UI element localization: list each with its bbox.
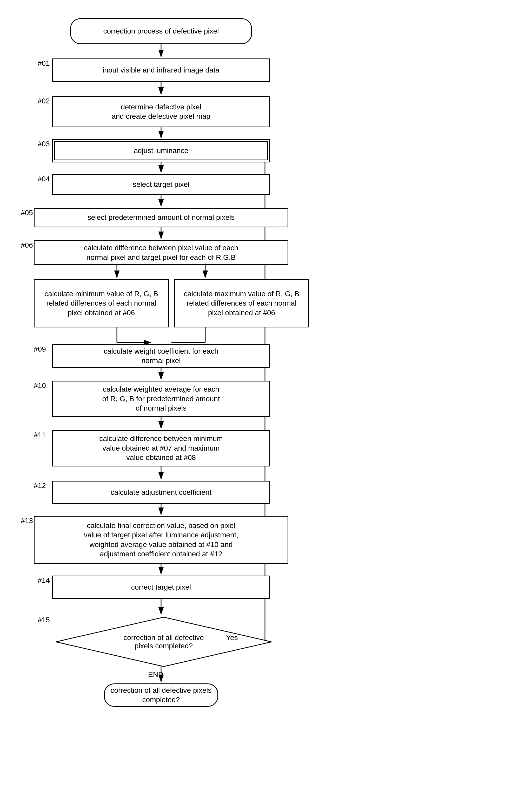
step-04-label: select target pixel: [133, 180, 189, 189]
step-02-node: determine defective pixel and create def…: [52, 96, 270, 127]
step-13-node: calculate final correction value, based …: [34, 516, 288, 564]
step-06-label: calculate difference between pixel value…: [84, 243, 238, 262]
step-09-label: calculate weight coefficient for each no…: [103, 347, 218, 366]
step-03-node: adjust luminance: [52, 139, 270, 163]
step-label-12: #12: [34, 482, 46, 490]
step-label-11: #11: [34, 431, 46, 439]
step-label-09: #09: [34, 345, 46, 353]
step-06-node: calculate difference between pixel value…: [34, 240, 288, 265]
step-04-node: select target pixel: [52, 174, 270, 195]
step-10-node: calculate weighted average for each of R…: [52, 381, 270, 417]
step-05-label: select predetermined amount of normal pi…: [88, 213, 235, 222]
step-label-03: #03: [38, 140, 50, 148]
flowchart-diagram: correction process of defective pixel #0…: [0, 0, 532, 804]
no-label: Yes: [226, 634, 238, 642]
step-13-label: calculate final correction value, based …: [84, 521, 239, 559]
step-11-label: calculate difference between minimum val…: [99, 434, 223, 462]
step-01-node: input visible and infrared image data: [52, 58, 270, 82]
step-label-02: #02: [38, 97, 50, 105]
step-11-node: calculate difference between minimum val…: [52, 430, 270, 466]
step-07-label: calculate minimum value of R, G, B relat…: [44, 289, 158, 318]
yes-label: END: [148, 670, 164, 679]
end-label: correction of all defective pixels compl…: [105, 686, 217, 705]
step-05-node: select predetermined amount of normal pi…: [34, 208, 288, 227]
step-10-label: calculate weighted average for each of R…: [102, 385, 220, 413]
step-label-05: #05: [21, 209, 33, 217]
start-node: correction process of defective pixel: [70, 18, 252, 44]
step-15-diamond: correction of all defectivepixels comple…: [55, 616, 273, 668]
step-label-10: #10: [34, 381, 46, 390]
step-08-node: calculate maximum value of R, G, B relat…: [174, 279, 309, 328]
start-label: correction process of defective pixel: [103, 26, 219, 36]
step-03-label: adjust luminance: [134, 146, 188, 155]
step-01-label: input visible and infrared image data: [102, 66, 220, 75]
step-12-label: calculate adjustment coefficient: [111, 488, 212, 497]
step-12-node: calculate adjustment coefficient: [52, 481, 270, 504]
step-label-04: #04: [38, 175, 50, 183]
step-label-13: #13: [21, 517, 33, 525]
step-08-label: calculate maximum value of R, G, B relat…: [184, 289, 299, 318]
step-09-node: calculate weight coefficient for each no…: [52, 344, 270, 368]
step-label-06: #06: [21, 241, 33, 249]
step-07-node: calculate minimum value of R, G, B relat…: [34, 279, 169, 328]
step-02-label: determine defective pixel and create def…: [112, 102, 210, 121]
step-label-01: #01: [38, 59, 50, 68]
step-label-15: #15: [38, 616, 50, 624]
end-node: correction of all defective pixels compl…: [104, 684, 218, 707]
step-label-14: #14: [38, 576, 50, 585]
step-14-node: correct target pixel: [52, 576, 270, 599]
step-14-label: correct target pixel: [131, 583, 191, 592]
